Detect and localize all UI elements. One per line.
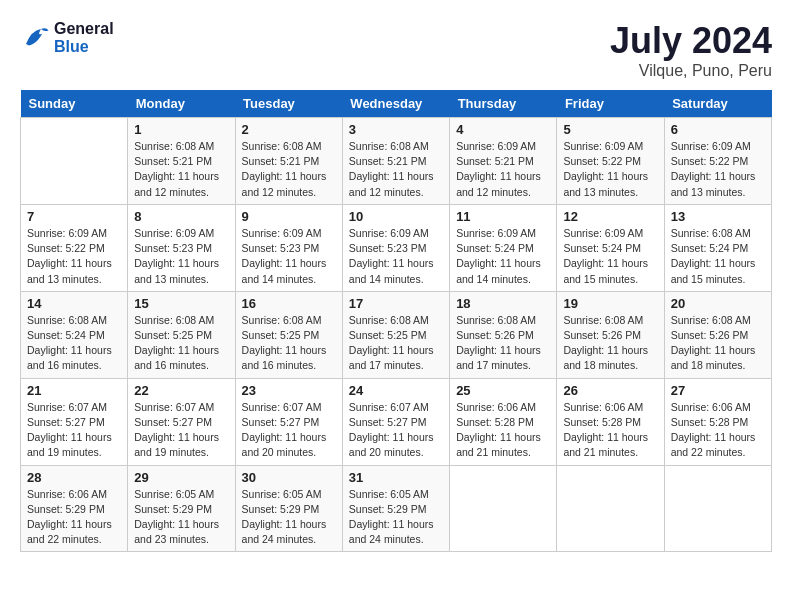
day-info: Sunrise: 6:06 AM Sunset: 5:28 PM Dayligh… <box>563 400 657 461</box>
day-number: 21 <box>27 383 121 398</box>
calendar-cell: 2Sunrise: 6:08 AM Sunset: 5:21 PM Daylig… <box>235 118 342 205</box>
day-number: 22 <box>134 383 228 398</box>
day-info: Sunrise: 6:09 AM Sunset: 5:23 PM Dayligh… <box>134 226 228 287</box>
calendar-cell: 16Sunrise: 6:08 AM Sunset: 5:25 PM Dayli… <box>235 291 342 378</box>
day-number: 16 <box>242 296 336 311</box>
weekday-header-saturday: Saturday <box>664 90 771 118</box>
day-info: Sunrise: 6:08 AM Sunset: 5:21 PM Dayligh… <box>242 139 336 200</box>
calendar-table: SundayMondayTuesdayWednesdayThursdayFrid… <box>20 90 772 552</box>
day-number: 19 <box>563 296 657 311</box>
calendar-cell: 10Sunrise: 6:09 AM Sunset: 5:23 PM Dayli… <box>342 204 449 291</box>
day-number: 25 <box>456 383 550 398</box>
calendar-body: 1Sunrise: 6:08 AM Sunset: 5:21 PM Daylig… <box>21 118 772 552</box>
day-info: Sunrise: 6:07 AM Sunset: 5:27 PM Dayligh… <box>349 400 443 461</box>
day-number: 1 <box>134 122 228 137</box>
calendar-cell: 17Sunrise: 6:08 AM Sunset: 5:25 PM Dayli… <box>342 291 449 378</box>
calendar-cell: 9Sunrise: 6:09 AM Sunset: 5:23 PM Daylig… <box>235 204 342 291</box>
calendar-cell: 13Sunrise: 6:08 AM Sunset: 5:24 PM Dayli… <box>664 204 771 291</box>
day-info: Sunrise: 6:09 AM Sunset: 5:23 PM Dayligh… <box>242 226 336 287</box>
day-number: 23 <box>242 383 336 398</box>
day-info: Sunrise: 6:06 AM Sunset: 5:29 PM Dayligh… <box>27 487 121 548</box>
day-number: 26 <box>563 383 657 398</box>
calendar-week-row: 14Sunrise: 6:08 AM Sunset: 5:24 PM Dayli… <box>21 291 772 378</box>
calendar-cell: 14Sunrise: 6:08 AM Sunset: 5:24 PM Dayli… <box>21 291 128 378</box>
calendar-cell: 4Sunrise: 6:09 AM Sunset: 5:21 PM Daylig… <box>450 118 557 205</box>
calendar-cell: 28Sunrise: 6:06 AM Sunset: 5:29 PM Dayli… <box>21 465 128 552</box>
day-info: Sunrise: 6:08 AM Sunset: 5:21 PM Dayligh… <box>349 139 443 200</box>
day-number: 2 <box>242 122 336 137</box>
calendar-cell: 23Sunrise: 6:07 AM Sunset: 5:27 PM Dayli… <box>235 378 342 465</box>
calendar-cell: 12Sunrise: 6:09 AM Sunset: 5:24 PM Dayli… <box>557 204 664 291</box>
calendar-cell: 15Sunrise: 6:08 AM Sunset: 5:25 PM Dayli… <box>128 291 235 378</box>
day-info: Sunrise: 6:09 AM Sunset: 5:24 PM Dayligh… <box>563 226 657 287</box>
day-info: Sunrise: 6:08 AM Sunset: 5:25 PM Dayligh… <box>242 313 336 374</box>
day-number: 18 <box>456 296 550 311</box>
day-number: 5 <box>563 122 657 137</box>
day-number: 7 <box>27 209 121 224</box>
day-info: Sunrise: 6:07 AM Sunset: 5:27 PM Dayligh… <box>27 400 121 461</box>
day-info: Sunrise: 6:08 AM Sunset: 5:21 PM Dayligh… <box>134 139 228 200</box>
day-info: Sunrise: 6:08 AM Sunset: 5:26 PM Dayligh… <box>563 313 657 374</box>
day-info: Sunrise: 6:06 AM Sunset: 5:28 PM Dayligh… <box>671 400 765 461</box>
day-number: 15 <box>134 296 228 311</box>
calendar-cell: 3Sunrise: 6:08 AM Sunset: 5:21 PM Daylig… <box>342 118 449 205</box>
day-info: Sunrise: 6:08 AM Sunset: 5:26 PM Dayligh… <box>456 313 550 374</box>
calendar-cell <box>21 118 128 205</box>
day-number: 6 <box>671 122 765 137</box>
day-number: 28 <box>27 470 121 485</box>
day-number: 11 <box>456 209 550 224</box>
calendar-header: SundayMondayTuesdayWednesdayThursdayFrid… <box>21 90 772 118</box>
calendar-cell: 26Sunrise: 6:06 AM Sunset: 5:28 PM Dayli… <box>557 378 664 465</box>
page-header: General Blue July 2024 Vilque, Puno, Per… <box>20 20 772 80</box>
day-info: Sunrise: 6:08 AM Sunset: 5:25 PM Dayligh… <box>134 313 228 374</box>
calendar-cell: 31Sunrise: 6:05 AM Sunset: 5:29 PM Dayli… <box>342 465 449 552</box>
day-info: Sunrise: 6:09 AM Sunset: 5:22 PM Dayligh… <box>563 139 657 200</box>
calendar-cell: 11Sunrise: 6:09 AM Sunset: 5:24 PM Dayli… <box>450 204 557 291</box>
calendar-week-row: 7Sunrise: 6:09 AM Sunset: 5:22 PM Daylig… <box>21 204 772 291</box>
day-number: 20 <box>671 296 765 311</box>
day-number: 10 <box>349 209 443 224</box>
logo: General Blue <box>20 20 114 55</box>
calendar-cell: 30Sunrise: 6:05 AM Sunset: 5:29 PM Dayli… <box>235 465 342 552</box>
day-number: 31 <box>349 470 443 485</box>
calendar-cell <box>557 465 664 552</box>
weekday-header-sunday: Sunday <box>21 90 128 118</box>
calendar-week-row: 1Sunrise: 6:08 AM Sunset: 5:21 PM Daylig… <box>21 118 772 205</box>
day-number: 30 <box>242 470 336 485</box>
day-info: Sunrise: 6:07 AM Sunset: 5:27 PM Dayligh… <box>242 400 336 461</box>
calendar-cell: 8Sunrise: 6:09 AM Sunset: 5:23 PM Daylig… <box>128 204 235 291</box>
calendar-cell <box>664 465 771 552</box>
day-info: Sunrise: 6:09 AM Sunset: 5:22 PM Dayligh… <box>27 226 121 287</box>
day-info: Sunrise: 6:07 AM Sunset: 5:27 PM Dayligh… <box>134 400 228 461</box>
calendar-cell <box>450 465 557 552</box>
logo-text: General Blue <box>54 20 114 55</box>
calendar-cell: 7Sunrise: 6:09 AM Sunset: 5:22 PM Daylig… <box>21 204 128 291</box>
calendar-cell: 29Sunrise: 6:05 AM Sunset: 5:29 PM Dayli… <box>128 465 235 552</box>
day-number: 17 <box>349 296 443 311</box>
calendar-cell: 21Sunrise: 6:07 AM Sunset: 5:27 PM Dayli… <box>21 378 128 465</box>
day-info: Sunrise: 6:08 AM Sunset: 5:24 PM Dayligh… <box>671 226 765 287</box>
weekday-header-friday: Friday <box>557 90 664 118</box>
weekday-header-monday: Monday <box>128 90 235 118</box>
day-number: 14 <box>27 296 121 311</box>
day-number: 24 <box>349 383 443 398</box>
day-info: Sunrise: 6:09 AM Sunset: 5:23 PM Dayligh… <box>349 226 443 287</box>
day-info: Sunrise: 6:05 AM Sunset: 5:29 PM Dayligh… <box>349 487 443 548</box>
location-subtitle: Vilque, Puno, Peru <box>610 62 772 80</box>
calendar-cell: 24Sunrise: 6:07 AM Sunset: 5:27 PM Dayli… <box>342 378 449 465</box>
day-number: 3 <box>349 122 443 137</box>
day-number: 12 <box>563 209 657 224</box>
calendar-cell: 5Sunrise: 6:09 AM Sunset: 5:22 PM Daylig… <box>557 118 664 205</box>
calendar-cell: 25Sunrise: 6:06 AM Sunset: 5:28 PM Dayli… <box>450 378 557 465</box>
weekday-header-wednesday: Wednesday <box>342 90 449 118</box>
day-info: Sunrise: 6:05 AM Sunset: 5:29 PM Dayligh… <box>134 487 228 548</box>
weekday-header-tuesday: Tuesday <box>235 90 342 118</box>
weekday-header-row: SundayMondayTuesdayWednesdayThursdayFrid… <box>21 90 772 118</box>
day-info: Sunrise: 6:08 AM Sunset: 5:24 PM Dayligh… <box>27 313 121 374</box>
day-info: Sunrise: 6:08 AM Sunset: 5:25 PM Dayligh… <box>349 313 443 374</box>
day-number: 13 <box>671 209 765 224</box>
calendar-cell: 6Sunrise: 6:09 AM Sunset: 5:22 PM Daylig… <box>664 118 771 205</box>
day-number: 29 <box>134 470 228 485</box>
logo-icon <box>20 23 50 53</box>
day-info: Sunrise: 6:06 AM Sunset: 5:28 PM Dayligh… <box>456 400 550 461</box>
